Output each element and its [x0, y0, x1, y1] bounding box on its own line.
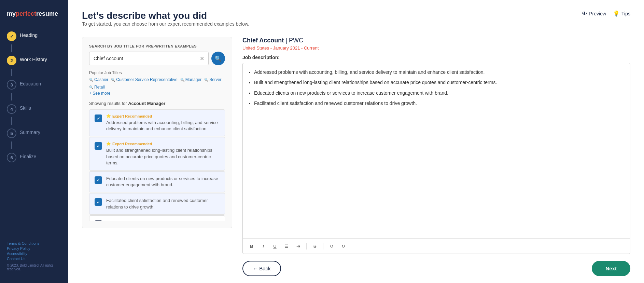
checkbox-4[interactable]: ✓ [95, 198, 102, 206]
tag-manager-label: Manager [185, 77, 201, 82]
step-connector-1 [11, 44, 12, 52]
sidebar-label-summary: Summary [20, 128, 40, 135]
toolbar-divider-2 [323, 243, 323, 250]
back-button[interactable]: ← Back [242, 261, 281, 276]
sidebar-label-education: Education [20, 80, 41, 86]
add-btn-5[interactable]: ADD [95, 220, 102, 221]
redo-button[interactable]: ↻ [338, 241, 348, 251]
tag-csr[interactable]: 🔍 Customer Service Representative [111, 77, 177, 82]
lightbulb-icon: 💡 [613, 10, 620, 17]
main-content: Let's describe what you did To get start… [68, 0, 644, 283]
step-connector-4 [11, 117, 12, 125]
job-separator: | [285, 37, 287, 44]
tag-retail-label: Retail [94, 85, 105, 90]
editor-toolbar: B I U ☰ ⇥ S ↺ ↻ [243, 238, 630, 254]
job-title: Chief Account [242, 37, 284, 44]
sidebar-label-work-history: Work History [20, 55, 47, 62]
sidebar-label-skills: Skills [20, 104, 31, 111]
result-text-1: Addressed problems with accounting, bill… [106, 120, 220, 132]
step-indicator-finalize: 6 [7, 153, 16, 162]
italic-button[interactable]: I [258, 241, 268, 251]
tag-cashier[interactable]: 🔍 Cashier [89, 77, 108, 82]
step-connector-3 [11, 93, 12, 100]
search-panel: SEARCH BY JOB TITLE FOR PRE-WRITTEN EXAM… [82, 37, 232, 228]
star-icon-2: ⭐ [106, 142, 111, 146]
result-item-1[interactable]: ✓ ⭐ Expert Recommended Addressed problem… [89, 109, 225, 136]
search-button[interactable]: 🔍 [211, 52, 225, 65]
privacy-link[interactable]: Privacy Policy [7, 246, 61, 251]
sidebar-item-heading[interactable]: ✓ Heading [3, 28, 65, 44]
strikethrough-button[interactable]: S [310, 241, 320, 251]
search-label: SEARCH BY JOB TITLE FOR PRE-WRITTEN EXAM… [89, 44, 225, 48]
step-connector-5 [11, 142, 12, 149]
result-content-1: ⭐ Expert Recommended Addressed problems … [106, 114, 220, 132]
check-icon-3: ✓ [97, 177, 100, 183]
result-item-5[interactable]: ADD Evaluated client needs and developed… [89, 215, 225, 221]
toolbar-divider-1 [306, 243, 307, 250]
showing-for-text: Showing results for [89, 101, 127, 106]
underline-button[interactable]: U [270, 241, 280, 251]
see-more-button[interactable]: + See more [89, 91, 225, 96]
search-input[interactable] [94, 56, 200, 61]
check-icon-1: ✓ [97, 116, 100, 121]
indent-button[interactable]: ⇥ [293, 241, 303, 251]
popular-titles: Popular Job Titles 🔍 Cashier 🔍 Customer … [89, 70, 225, 96]
bullet-3: Educated clients on new products or serv… [254, 89, 625, 97]
page-title: Let's describe what you did [82, 10, 249, 21]
sidebar-item-skills[interactable]: 4 Skills [3, 100, 65, 117]
result-text-5: Evaluated client needs and developed tai… [106, 220, 220, 221]
accessibility-link[interactable]: Accessibility [7, 252, 61, 256]
tag-server-label: Server [209, 77, 221, 82]
search-tag-icon-4: 🔍 [204, 78, 208, 82]
result-item-3[interactable]: ✓ Educated clients on new products or se… [89, 171, 225, 192]
sidebar-item-work-history[interactable]: 2 Work History [3, 52, 65, 69]
result-content-3: Educated clients on new products or serv… [106, 176, 220, 188]
step-indicator-skills: 4 [7, 104, 16, 114]
tag-manager[interactable]: 🔍 Manager [180, 77, 201, 82]
brand-my: my [7, 10, 16, 17]
title-section: Let's describe what you did To get start… [82, 10, 249, 33]
tag-cashier-label: Cashier [94, 77, 108, 82]
bold-button[interactable]: B [247, 241, 256, 251]
sidebar-item-education[interactable]: 3 Education [3, 76, 65, 93]
next-button[interactable]: Next [592, 261, 630, 276]
eye-icon: 👁 [582, 11, 587, 17]
sidebar-item-finalize[interactable]: 6 Finalize [3, 149, 65, 166]
tag-retail[interactable]: 🔍 Retail [89, 85, 105, 90]
sidebar-item-summary[interactable]: 5 Summary [3, 125, 65, 142]
contact-link[interactable]: Contact Us [7, 257, 61, 261]
terms-link[interactable]: Terms & Conditions [7, 241, 61, 245]
search-input-wrapper[interactable]: ✕ [89, 52, 209, 65]
page-header: Let's describe what you did To get start… [82, 10, 630, 33]
brand-logo: myperfectresume [0, 7, 68, 28]
result-text-3: Educated clients on new products or serv… [106, 176, 220, 188]
result-item-2[interactable]: ✓ ⭐ Expert Recommended Built and strengt… [89, 137, 225, 171]
list-button[interactable]: ☰ [282, 241, 291, 251]
sidebar-footer: Terms & Conditions Privacy Policy Access… [0, 236, 68, 276]
copyright-text: © 2023, Bold Limited. All rights reserve… [7, 264, 61, 271]
step-indicator-work-history: 2 [7, 56, 16, 65]
bullet-2: Built and strengthened long-lasting clie… [254, 79, 625, 86]
job-company: PWC [289, 37, 303, 44]
preview-button[interactable]: 👁 Preview [582, 11, 606, 17]
checkbox-3[interactable]: ✓ [95, 176, 102, 184]
brand-resume: resume [36, 10, 58, 17]
result-item-4[interactable]: ✓ Facilitated client satisfaction and re… [89, 193, 225, 214]
results-query: Account Manager [128, 101, 165, 106]
step-indicator-heading: ✓ [7, 31, 16, 41]
content-columns: SEARCH BY JOB TITLE FOR PRE-WRITTEN EXAM… [82, 37, 630, 276]
search-tag-icon-2: 🔍 [111, 78, 115, 82]
job-editor-content[interactable]: Addressed problems with accounting, bill… [243, 63, 630, 238]
brand-perfect: perfect [16, 10, 36, 17]
clear-icon[interactable]: ✕ [200, 55, 204, 62]
checkbox-2[interactable]: ✓ [95, 142, 102, 150]
sidebar: myperfectresume ✓ Heading 2 Work History… [0, 0, 68, 283]
tag-server[interactable]: 🔍 Server [204, 77, 221, 82]
tips-button[interactable]: 💡 Tips [613, 10, 630, 17]
undo-button[interactable]: ↺ [327, 241, 336, 251]
checkbox-1[interactable]: ✓ [95, 114, 102, 122]
bullet-1: Addressed problems with accounting, bill… [254, 68, 625, 76]
expert-badge-2: ⭐ Expert Recommended [106, 142, 220, 146]
result-content-4: Facilitated client satisfaction and rene… [106, 198, 220, 210]
next-label: Next [605, 266, 617, 271]
